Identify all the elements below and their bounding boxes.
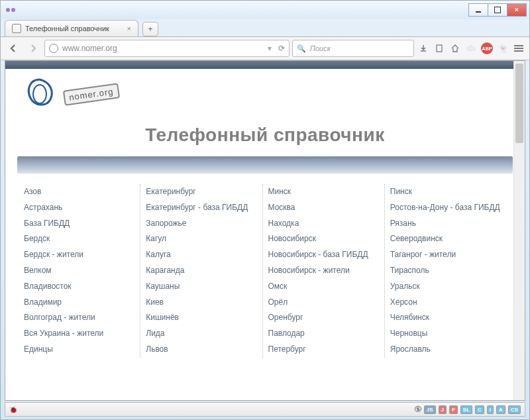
browser-tab[interactable]: Телефонный справочник ×	[5, 20, 138, 36]
city-link[interactable]: Находка	[268, 216, 384, 232]
url-text: www.nomer.org	[62, 44, 117, 53]
svg-point-1	[33, 85, 46, 103]
city-link[interactable]: Новосибирск - база ГИБДД	[268, 247, 384, 263]
status-badge[interactable]: A	[496, 405, 505, 414]
status-badge[interactable]: C	[475, 405, 484, 414]
scrollbar[interactable]	[513, 61, 525, 400]
window-titlebar	[1, 1, 529, 19]
ghostery-button[interactable]: 👻	[496, 42, 509, 55]
arrow-right-icon	[28, 44, 38, 53]
abp-badge: ABP	[481, 42, 493, 54]
city-column-1: АзовАстраханьБаза ГИБДДБердскБердск - жи…	[24, 184, 140, 358]
city-link[interactable]: Волгоград - жители	[24, 310, 140, 326]
city-link[interactable]: Челябинск	[390, 310, 506, 326]
home-icon	[450, 44, 460, 53]
city-link[interactable]: Бердск	[24, 231, 140, 247]
tab-strip: Телефонный справочник × +	[1, 19, 529, 36]
city-link[interactable]: Омск	[268, 279, 384, 295]
status-badge[interactable]: JS	[424, 405, 436, 414]
city-link[interactable]: Петербург	[268, 342, 384, 358]
city-link[interactable]: Лида	[146, 326, 262, 342]
browser-toolbar: www.nomer.org ▾ ⟳ 🔍 Поиск ABP 👻	[1, 36, 529, 60]
browser-window: Телефонный справочник × + www.nomer.org …	[0, 0, 530, 420]
scrollbar-thumb[interactable]	[515, 64, 523, 143]
city-link[interactable]: Черновцы	[390, 326, 506, 342]
download-icon	[419, 44, 428, 53]
logo-area: nomer.org	[5, 69, 525, 117]
close-button[interactable]	[507, 3, 527, 17]
reload-icon[interactable]: ⟳	[278, 44, 285, 53]
downloads-button[interactable]	[417, 42, 430, 55]
url-bar[interactable]: www.nomer.org ▾ ⟳	[44, 40, 290, 57]
cloud-button[interactable]	[464, 42, 478, 55]
city-link[interactable]: Новосибирск	[268, 231, 384, 247]
city-link[interactable]: Пинск	[390, 184, 506, 200]
city-link[interactable]: Киев	[146, 295, 262, 311]
status-badge[interactable]: CS	[508, 405, 521, 414]
city-link[interactable]: Херсон	[390, 295, 506, 311]
firebug-icon[interactable]: 🐞	[9, 406, 17, 413]
page-header-bar	[5, 61, 525, 69]
tab-title: Телефонный справочник	[25, 25, 109, 32]
city-link[interactable]: Ярославль	[390, 342, 506, 358]
hamburger-icon	[514, 45, 523, 52]
city-link[interactable]: Таганрог - жители	[390, 247, 506, 263]
status-badge[interactable]: I	[487, 405, 494, 414]
city-link[interactable]: Владивосток	[24, 279, 140, 295]
url-dropdown-icon[interactable]: ▾	[268, 44, 272, 53]
tab-close-button[interactable]: ×	[127, 25, 131, 32]
city-link[interactable]: Бердск - жители	[24, 247, 140, 263]
city-link[interactable]: Екатеринбург	[146, 184, 262, 200]
city-link[interactable]: Единцы	[24, 342, 140, 358]
search-bar[interactable]: 🔍 Поиск	[292, 40, 414, 57]
city-link[interactable]: Владимир	[24, 295, 140, 311]
logo-swirl-icon	[21, 76, 58, 113]
back-button[interactable]	[5, 40, 22, 57]
city-column-2: ЕкатеринбургЕкатеринбург - база ГИБДДЗап…	[140, 184, 262, 358]
logo-text: nomer.org	[63, 83, 120, 105]
cloud-icon	[466, 44, 476, 52]
globe-icon	[49, 44, 58, 53]
city-link[interactable]: Велком	[24, 263, 140, 279]
city-link[interactable]: Новосибирск - жители	[268, 263, 384, 279]
city-link[interactable]: Уральск	[390, 279, 506, 295]
city-link[interactable]: База ГИБДД	[24, 216, 140, 232]
city-link[interactable]: Минск	[268, 184, 384, 200]
favicon-icon	[12, 24, 21, 33]
city-link[interactable]: Северодвинск	[390, 231, 506, 247]
city-link[interactable]: Оренбург	[268, 310, 384, 326]
city-link[interactable]: Калуга	[146, 247, 262, 263]
adblock-button[interactable]: ABP	[480, 42, 494, 55]
city-link[interactable]: Каушаны	[146, 279, 262, 295]
status-badge[interactable]: J	[439, 405, 447, 414]
city-link[interactable]: Запорожье	[146, 216, 262, 232]
city-link[interactable]: Ростов-на-Дону - база ГИБДД	[390, 200, 506, 216]
status-badge[interactable]: F	[449, 405, 458, 414]
forward-button[interactable]	[25, 40, 42, 57]
city-link[interactable]: Павлодар	[268, 326, 384, 342]
city-link[interactable]: Кагул	[146, 231, 262, 247]
city-link[interactable]: Азов	[24, 184, 140, 200]
city-link[interactable]: Рязань	[390, 216, 506, 232]
city-link[interactable]: Тирасполь	[390, 263, 506, 279]
arrow-left-icon	[9, 44, 18, 53]
minimize-button[interactable]	[468, 3, 488, 17]
city-link[interactable]: Астрахань	[24, 200, 140, 216]
city-link[interactable]: Вся Украина - жители	[24, 326, 140, 342]
home-button[interactable]	[449, 42, 462, 55]
city-link[interactable]: Львов	[146, 342, 262, 358]
status-badge[interactable]: SL	[460, 405, 472, 414]
noscript-icon[interactable]: Ⓢ	[415, 405, 421, 414]
bookmarks-button[interactable]	[433, 42, 446, 55]
menu-button[interactable]	[512, 42, 525, 55]
app-icon	[6, 6, 17, 14]
page-content[interactable]: nomer.org Телефонный справочник АзовАстр…	[5, 61, 525, 400]
new-tab-button[interactable]: +	[142, 22, 158, 36]
city-link[interactable]: Кишинёв	[146, 310, 262, 326]
city-link[interactable]: Караганда	[146, 263, 262, 279]
city-link[interactable]: Екатеринбург - база ГИБДД	[146, 200, 262, 216]
city-link[interactable]: Москва	[268, 200, 384, 216]
maximize-button[interactable]	[488, 3, 507, 17]
city-link[interactable]: Орёл	[268, 295, 384, 311]
window-controls	[469, 3, 527, 17]
